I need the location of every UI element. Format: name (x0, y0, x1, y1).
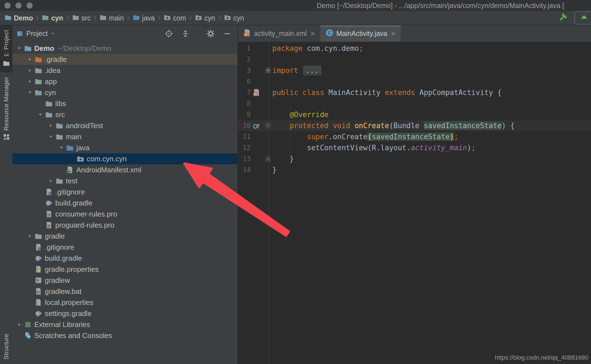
tree-expanded-icon[interactable] (57, 145, 66, 151)
code-line[interactable]: } (272, 153, 294, 164)
close-tab-icon[interactable]: × (391, 30, 396, 38)
textfile-icon (35, 287, 42, 295)
code-line[interactable]: super.onCreate(savedInstanceState); (272, 131, 458, 142)
collapse-all-icon[interactable] (181, 30, 190, 38)
properties-icon (35, 265, 42, 273)
package-icon (224, 14, 231, 22)
tree-item-src[interactable]: src (12, 109, 237, 120)
tree-expanded-icon[interactable] (36, 112, 45, 117)
divider (198, 29, 198, 38)
gitignore-icon (45, 188, 53, 196)
chevron-down-icon[interactable] (51, 31, 55, 36)
fold-marker-open-icon[interactable] (265, 122, 272, 130)
line-number: 3 (238, 65, 251, 76)
tree-collapsed-icon[interactable] (25, 68, 35, 73)
tree-item-build-gradle[interactable]: build.gradle (12, 253, 237, 264)
code-row: 2 (238, 54, 591, 65)
tree-item-idea[interactable]: .idea (12, 65, 237, 76)
tree-item-gradlew-bat[interactable]: gradlew.bat (12, 286, 237, 297)
tree-item-app[interactable]: app (12, 76, 237, 87)
tree-item-gitignore[interactable]: .gitignore (12, 242, 237, 253)
breadcrumb-item-demo[interactable]: Demo (4, 14, 33, 22)
folder-orange-icon (35, 56, 42, 63)
override-gutter-icon[interactable] (252, 122, 261, 131)
tree-collapsed-icon[interactable] (46, 178, 56, 184)
breadcrumb-separator-icon (66, 15, 69, 21)
folder-icon (56, 177, 63, 185)
tree-collapsed-icon[interactable] (15, 322, 24, 327)
breadcrumb-item-java[interactable]: java (133, 14, 155, 22)
code-line[interactable]: protected void onCreate(Bundle savedInst… (272, 120, 515, 131)
tool-window-button-resource-manager[interactable]: Resource Manager (0, 72, 12, 146)
tree-item-androidmanifest-xml[interactable]: MFAndroidManifest.xml (12, 164, 237, 175)
tree-item-gradle[interactable]: gradle (12, 231, 237, 242)
close-tab-icon[interactable]: × (310, 30, 315, 38)
tree-expanded-icon[interactable] (15, 46, 24, 51)
breadcrumb-item-com[interactable]: com (164, 14, 186, 22)
tree-expanded-icon[interactable] (25, 90, 35, 95)
layout-gutter-icon[interactable]: <> (252, 88, 261, 98)
tree-item-scratches-and-consoles[interactable]: Scratches and Consoles (12, 330, 237, 341)
tree-item-gradlew[interactable]: gradlew (12, 275, 237, 286)
fold-marker-plus-icon[interactable] (265, 67, 272, 75)
breadcrumb-separator-icon (36, 15, 39, 21)
breadcrumb-item-cyn[interactable]: cyn (195, 14, 215, 22)
breadcrumb-item-cyn[interactable]: cyn (42, 14, 63, 22)
tree-collapsed-icon[interactable] (46, 123, 56, 128)
tree-item-settings-gradle[interactable]: settings.gradle (12, 308, 237, 319)
tree-item-libs[interactable]: libs (12, 98, 237, 109)
breadcrumb-item-main[interactable]: main (100, 14, 124, 22)
tree-item-proguard-rules-pro[interactable]: proguard-rules.pro (12, 220, 237, 231)
settings-icon[interactable] (206, 30, 215, 38)
code-line[interactable]: } (272, 164, 277, 175)
ide-window: Demo [~/Desktop/Demo] - .../app/src/main… (0, 0, 591, 364)
code-line[interactable]: package com.cyn.demo; (272, 43, 363, 54)
minimize-window-icon[interactable] (15, 2, 22, 9)
locate-icon[interactable] (165, 30, 173, 38)
tree-item-main[interactable]: main (12, 131, 237, 142)
close-window-icon[interactable] (4, 2, 11, 9)
code-line[interactable]: setContentView(R.layout.activity_main); (272, 142, 476, 153)
tree-item-java[interactable]: java (12, 142, 237, 153)
line-number: 13 (238, 153, 251, 164)
tool-window-button-1-project[interactable]: 1: Project (0, 25, 12, 72)
code-editor[interactable]: 1package com.cyn.demo;23import ...67<>pu… (238, 42, 591, 364)
project-view-selector[interactable]: Project (26, 30, 48, 38)
breadcrumb-item-src[interactable]: src (72, 14, 91, 22)
tree-item-gradle[interactable]: .gradle (12, 54, 237, 65)
code-line[interactable]: import ... (272, 65, 322, 76)
code-line[interactable]: public class MainActivity extends AppCom… (272, 87, 502, 98)
tree-item-gitignore[interactable]: .gitignore (12, 186, 237, 197)
tree-item-test[interactable]: test (12, 175, 237, 186)
run-configuration-selector[interactable]: app (574, 11, 591, 25)
tree-collapsed-icon[interactable] (25, 79, 35, 84)
tree-item-cyn[interactable]: cyn (12, 87, 237, 98)
editor-tab-mainactivity-java[interactable]: CMainActivity.java× (320, 25, 401, 42)
tree-item-androidtest[interactable]: androidTest (12, 120, 237, 131)
breadcrumb-item-cyn[interactable]: cyn (224, 14, 244, 22)
tree-expanded-icon[interactable] (46, 134, 56, 139)
tree-item-com-cyn-cyn[interactable]: com.cyn.cyn (12, 153, 237, 164)
tool-window-button-structure[interactable]: Structure (0, 329, 12, 364)
project-icon (24, 44, 32, 52)
tree-item-build-gradle[interactable]: build.gradle (12, 197, 237, 209)
tree-collapsed-icon[interactable] (25, 233, 35, 239)
watermark: https://blog.csdn.net/qq_40881680 (495, 354, 588, 361)
tree-item-external-libraries[interactable]: External Libraries (12, 319, 237, 330)
folder-app-icon (35, 78, 42, 85)
maximize-window-icon[interactable] (27, 2, 33, 9)
fold-marker-close-icon[interactable] (265, 155, 272, 163)
tree-item-local-properties[interactable]: local.properties (12, 297, 237, 308)
tree-collapsed-icon[interactable] (25, 57, 35, 62)
breadcrumb-separator-icon (127, 15, 130, 21)
code-row: 9 @Override (238, 109, 591, 120)
build-hammer-icon[interactable] (557, 13, 567, 23)
hide-icon[interactable] (223, 30, 231, 38)
editor-tab-activity-main-xml[interactable]: <>activity_main.xml× (238, 25, 320, 42)
code-line[interactable]: @Override (272, 109, 329, 120)
tree-item-demo[interactable]: Demo~/Desktop/Demo (12, 43, 237, 54)
folder-icon (45, 111, 53, 118)
tree-item-gradle-properties[interactable]: gradle.properties (12, 264, 237, 275)
folder-icon (56, 133, 63, 141)
tree-item-consumer-rules-pro[interactable]: consumer-rules.pro (12, 209, 237, 220)
